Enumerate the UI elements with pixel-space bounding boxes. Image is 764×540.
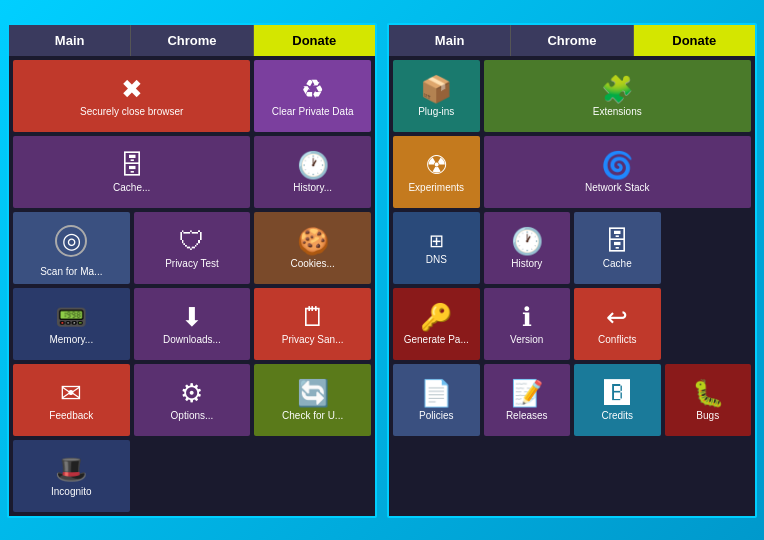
version-label: Version [510,334,543,346]
bugs-label: Bugs [696,410,719,422]
close-browser-icon: ✖ [121,76,143,102]
right-grid: 📦 Plug-ins 🧩 Extensions ☢ Experiments 🌀 … [389,56,755,440]
downloads-label: Downloads... [163,334,221,346]
memory-label: Memory... [49,334,93,346]
generate-password-icon: 🔑 [420,304,452,330]
dns-icon: ⊞ [429,232,444,250]
memory-icon: 📟 [55,304,87,330]
policies-icon: 📄 [420,380,452,406]
policies-tile[interactable]: 📄 Policies [393,364,480,436]
left-tab-main[interactable]: Main [9,25,131,56]
left-panel: Main Chrome Donate ✖ Securely close brow… [7,23,377,518]
history-left-tile[interactable]: 🕐 History... [254,136,371,208]
history-left-icon: 🕐 [297,152,329,178]
clear-private-data-label: Clear Private Data [272,106,354,118]
version-tile[interactable]: ℹ Version [484,288,571,360]
check-updates-tile[interactable]: 🔄 Check for U... [254,364,371,436]
experiments-icon: ☢ [425,152,448,178]
privacy-sanitizer-label: Privacy San... [282,334,344,346]
right-tab-donate[interactable]: Donate [634,25,755,56]
feedback-icon: ✉ [60,380,82,406]
options-tile[interactable]: ⚙ Options... [134,364,251,436]
cache-tile[interactable]: 🗄 Cache... [13,136,250,208]
bugs-icon: 🐛 [692,380,724,406]
network-stack-icon: 🌀 [601,152,633,178]
privacy-test-label: Privacy Test [165,258,219,270]
incognito-label: Incognito [51,486,92,498]
cache-right-icon: 🗄 [604,228,630,254]
check-updates-icon: 🔄 [297,380,329,406]
cache-right-tile[interactable]: 🗄 Cache [574,212,661,284]
history-right-tile[interactable]: 🕐 History [484,212,571,284]
releases-icon: 📝 [511,380,543,406]
empty-1 [665,212,752,284]
options-label: Options... [171,410,214,422]
releases-label: Releases [506,410,548,422]
credits-icon: 🅱 [604,380,630,406]
feedback-label: Feedback [49,410,93,422]
history-left-label: History... [293,182,332,194]
history-right-label: History [511,258,542,270]
clear-private-data-tile[interactable]: ♻ Clear Private Data [254,60,371,132]
cookies-label: Cookies... [290,258,334,270]
extensions-label: Extensions [593,106,642,118]
downloads-tile[interactable]: ⬇ Downloads... [134,288,251,360]
scan-malware-tile[interactable]: ◎ Scan for Ma... [13,212,130,284]
cookies-tile[interactable]: 🍪 Cookies... [254,212,371,284]
cache-right-label: Cache [603,258,632,270]
credits-tile[interactable]: 🅱 Credits [574,364,661,436]
conflicts-tile[interactable]: ↩ Conflicts [574,288,661,360]
feedback-tile[interactable]: ✉ Feedback [13,364,130,436]
cache-label: Cache... [113,182,150,194]
clear-private-data-icon: ♻ [301,76,324,102]
version-icon: ℹ [522,304,532,330]
generate-password-tile[interactable]: 🔑 Generate Pa... [393,288,480,360]
incognito-tile[interactable]: 🎩 Incognito [13,440,130,512]
panels-wrapper: Main Chrome Donate ✖ Securely close brow… [0,13,764,528]
check-updates-label: Check for U... [282,410,343,422]
network-stack-label: Network Stack [585,182,649,194]
bugs-tile[interactable]: 🐛 Bugs [665,364,752,436]
plugins-tile[interactable]: 📦 Plug-ins [393,60,480,132]
privacy-sanitizer-icon: 🗒 [300,304,326,330]
generate-password-label: Generate Pa... [404,334,469,346]
conflicts-label: Conflicts [598,334,636,346]
conflicts-icon: ↩ [606,304,628,330]
dns-label: DNS [426,254,447,266]
securely-close-browser-label: Securely close browser [80,106,183,118]
privacy-test-icon: 🛡 [179,228,205,254]
history-right-icon: 🕐 [511,228,543,254]
plugins-icon: 📦 [420,76,452,102]
empty-2 [665,288,752,360]
right-tab-chrome[interactable]: Chrome [511,25,633,56]
incognito-icon: 🎩 [55,456,87,482]
privacy-test-tile[interactable]: 🛡 Privacy Test [134,212,251,284]
scan-malware-label: Scan for Ma... [40,266,102,278]
privacy-sanitizer-tile[interactable]: 🗒 Privacy San... [254,288,371,360]
extensions-tile[interactable]: 🧩 Extensions [484,60,752,132]
extensions-icon: 🧩 [601,76,633,102]
right-panel: Main Chrome Donate 📦 Plug-ins 🧩 Extensio… [387,23,757,518]
releases-tile[interactable]: 📝 Releases [484,364,571,436]
scan-malware-icon: ◎ [55,225,87,257]
right-tabs: Main Chrome Donate [389,25,755,56]
experiments-label: Experiments [408,182,464,194]
securely-close-browser-tile[interactable]: ✖ Securely close browser [13,60,250,132]
left-tabs: Main Chrome Donate [9,25,375,56]
cookies-icon: 🍪 [297,228,329,254]
right-tab-main[interactable]: Main [389,25,511,56]
downloads-icon: ⬇ [181,304,203,330]
cache-icon: 🗄 [119,152,145,178]
left-tab-donate[interactable]: Donate [254,25,375,56]
memory-tile[interactable]: 📟 Memory... [13,288,130,360]
left-tab-chrome[interactable]: Chrome [131,25,253,56]
experiments-tile[interactable]: ☢ Experiments [393,136,480,208]
dns-tile[interactable]: ⊞ DNS [393,212,480,284]
options-icon: ⚙ [180,380,203,406]
network-stack-tile[interactable]: 🌀 Network Stack [484,136,752,208]
left-grid: ✖ Securely close browser ♻ Clear Private… [9,56,375,516]
policies-label: Policies [419,410,453,422]
credits-label: Credits [601,410,633,422]
plugins-label: Plug-ins [418,106,454,118]
